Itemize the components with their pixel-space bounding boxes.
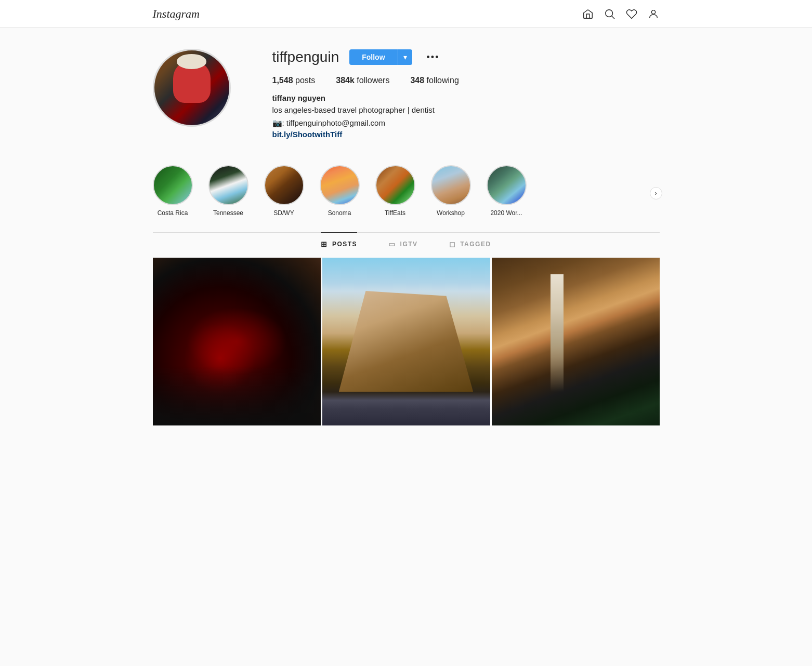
profile-header-row: tiffpenguin Follow ▾ ••• — [272, 49, 660, 65]
highlights-section: Costa Rica Tennessee SD/WY Sonoma TiffEa… — [153, 155, 660, 232]
highlight-sonoma[interactable]: Sonoma — [320, 165, 360, 217]
activity-icon[interactable] — [625, 8, 638, 20]
more-options-button[interactable]: ••• — [423, 50, 444, 65]
highlight-circle-tennessee — [208, 165, 248, 205]
highlight-tiffeats[interactable]: TiffEats — [375, 165, 415, 217]
highlight-label-sdwy: SD/WY — [273, 209, 294, 217]
tab-label-igtv: IGTV — [400, 241, 418, 248]
svg-point-0 — [605, 9, 612, 17]
highlight-circle-workshop — [431, 165, 471, 205]
highlight-costa-rica[interactable]: Costa Rica — [153, 165, 193, 217]
photos-grid — [153, 258, 660, 425]
profile-section: tiffpenguin Follow ▾ ••• 1,548 posts 384… — [153, 28, 660, 155]
follow-dropdown-button[interactable]: ▾ — [398, 49, 412, 65]
tab-icon-igtv: ▭ — [388, 240, 396, 248]
posts-stat[interactable]: 1,548 posts — [272, 76, 316, 85]
highlight-label-tennessee: Tennessee — [213, 209, 243, 217]
nav-logo: Instagram — [153, 7, 200, 21]
highlight-2020-wor[interactable]: 2020 Wor... — [487, 165, 527, 217]
highlight-circle-sonoma — [320, 165, 360, 205]
bio-link[interactable]: bit.ly/ShootwithTiff — [272, 130, 343, 139]
photo-photo-2[interactable] — [322, 258, 490, 425]
tabs-row: ⊞ POSTS ▭ IGTV ◻ TAGGED — [153, 233, 660, 256]
highlight-label-sonoma: Sonoma — [328, 209, 351, 217]
svg-line-1 — [611, 16, 614, 18]
followers-stat[interactable]: 384k followers — [336, 76, 389, 85]
highlight-circle-costa-rica — [153, 165, 193, 205]
bio-description: los angeles-based travel photographer | … — [272, 104, 660, 116]
highlight-tennessee[interactable]: Tennessee — [208, 165, 248, 217]
highlight-circle-tiffeats — [375, 165, 415, 205]
top-navigation: Instagram — [0, 0, 812, 28]
following-count: 348 — [410, 76, 424, 85]
highlight-sdwy[interactable]: SD/WY — [264, 165, 304, 217]
profile-icon[interactable] — [647, 8, 660, 20]
tab-label-tagged: TAGGED — [460, 241, 491, 248]
tab-icon-tagged: ◻ — [449, 240, 456, 248]
photo-photo-1[interactable] — [153, 258, 321, 425]
highlight-label-costa-rica: Costa Rica — [158, 209, 188, 217]
tab-tagged[interactable]: ◻ TAGGED — [449, 232, 491, 256]
svg-point-2 — [651, 10, 655, 14]
avatar[interactable] — [153, 49, 231, 127]
follow-button-group: Follow ▾ — [349, 49, 412, 65]
tab-icon-posts: ⊞ — [321, 240, 328, 248]
username: tiffpenguin — [272, 49, 339, 65]
posts-count: 1,548 — [272, 76, 293, 85]
explore-icon[interactable] — [604, 8, 616, 20]
bio-email: 📷: tiffpenguinphoto@gmail.com — [272, 118, 660, 128]
highlight-label-2020-wor: 2020 Wor... — [490, 209, 522, 217]
highlight-workshop[interactable]: Workshop — [431, 165, 471, 217]
following-stat[interactable]: 348 following — [410, 76, 459, 85]
highlights-next-button[interactable]: › — [650, 187, 662, 199]
highlight-label-workshop: Workshop — [437, 209, 465, 217]
profile-info: tiffpenguin Follow ▾ ••• 1,548 posts 384… — [272, 49, 660, 139]
tab-igtv[interactable]: ▭ IGTV — [388, 232, 418, 256]
home-icon[interactable] — [582, 8, 594, 20]
highlight-label-tiffeats: TiffEats — [385, 209, 405, 217]
highlight-circle-sdwy — [264, 165, 304, 205]
tab-label-posts: POSTS — [332, 241, 357, 248]
highlight-circle-2020-wor — [487, 165, 527, 205]
bio-full-name: tiffany nguyen — [272, 94, 660, 102]
highlights-list: Costa Rica Tennessee SD/WY Sonoma TiffEa… — [153, 155, 660, 232]
photo-photo-3[interactable] — [492, 258, 660, 425]
follow-button[interactable]: Follow — [349, 49, 397, 65]
tab-posts[interactable]: ⊞ POSTS — [321, 232, 357, 256]
stats-row: 1,548 posts 384k followers 348 following — [272, 76, 660, 85]
followers-count: 384k — [336, 76, 355, 85]
